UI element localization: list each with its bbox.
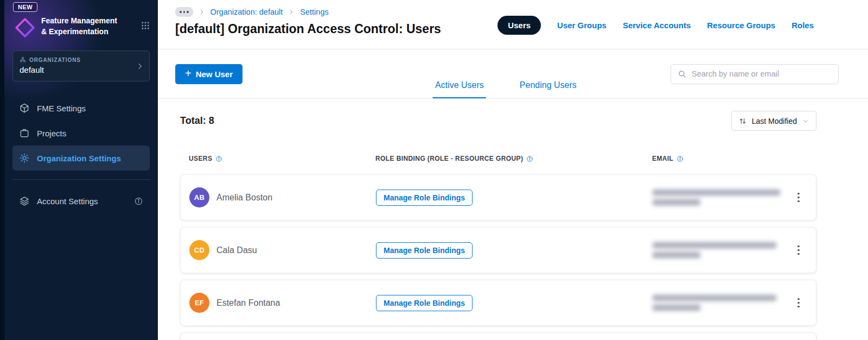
sidebar-item-organization-settings[interactable]: Organization Settings — [12, 146, 150, 171]
sort-value: Last Modified — [752, 117, 797, 125]
sidebar-item-label: FME Settings — [37, 104, 86, 113]
info-icon[interactable] — [526, 155, 533, 162]
main-content: Organization: default Settings [default]… — [158, 0, 868, 340]
page-title: [default] Organization Access Control: U… — [175, 22, 441, 36]
column-header-email: EMAIL — [652, 155, 786, 162]
app-title: Feature Management & Experimentation — [41, 15, 122, 37]
user-cell: CD Cala Dasu — [189, 240, 376, 260]
sidebar-item-projects[interactable]: Projects — [12, 121, 150, 146]
breadcrumb: Organization: default Settings — [175, 7, 441, 17]
org-selector-caption: ORGANIZATIONS — [29, 57, 81, 63]
plus-icon: + — [185, 68, 192, 79]
breadcrumb-link-organization[interactable]: Organization: default — [210, 8, 283, 16]
column-header-role-binding: ROLE BINDING (ROLE - RESOURCE GROUP) — [375, 155, 652, 162]
projects-icon — [19, 128, 30, 138]
screen: NEW Feature Management & Experimentation — [0, 0, 868, 340]
left-edge-strip — [0, 0, 4, 340]
chevron-right-icon — [136, 62, 144, 71]
users-list: Total: 8 Last Modified USERS — [158, 99, 868, 340]
sidebar-item-label: Projects — [37, 129, 66, 138]
manage-role-bindings-button[interactable]: Manage Role Bindings — [376, 190, 473, 206]
gear-icon — [19, 153, 30, 163]
chevron-right-icon — [199, 9, 205, 15]
breadcrumb-link-settings[interactable]: Settings — [300, 8, 328, 16]
search-box[interactable] — [671, 64, 839, 84]
avatar: AB — [189, 187, 209, 207]
manage-role-bindings-button[interactable]: Manage Role Bindings — [376, 242, 473, 259]
new-badge: NEW — [13, 2, 37, 12]
breadcrumb-ellipsis-button[interactable] — [175, 7, 193, 17]
email-redacted — [653, 190, 786, 205]
header-left: Organization: default Settings [default]… — [175, 7, 441, 36]
chevron-down-icon — [802, 117, 809, 125]
info-icon[interactable] — [676, 155, 684, 162]
row-menu-button[interactable] — [790, 189, 807, 206]
tab-users[interactable]: Users — [497, 16, 541, 35]
user-name: Amelia Boston — [216, 193, 272, 203]
sidebar-item-label: Account Settings — [37, 197, 98, 206]
new-user-button-label: New User — [196, 70, 233, 79]
organization-icon — [20, 56, 26, 63]
table-row: AB Amelia Boston Manage Role Bindings — [180, 174, 816, 221]
org-selector[interactable]: ORGANIZATIONS default — [12, 51, 150, 81]
search-icon — [678, 70, 687, 79]
list-top-bar: Total: 8 Last Modified — [180, 111, 816, 131]
user-name: Estefan Fontana — [216, 298, 280, 308]
role-binding-cell: Manage Role Bindings — [376, 242, 653, 259]
user-state-tabs: Active Users Pending Users — [433, 80, 579, 98]
search-input[interactable] — [692, 70, 832, 78]
org-selector-label-row: ORGANIZATIONS — [20, 56, 133, 63]
chevron-right-icon — [288, 9, 295, 15]
tab-user-groups[interactable]: User Groups — [557, 21, 607, 30]
role-binding-cell: Manage Role Bindings — [376, 295, 653, 311]
total-count: Total: 8 — [180, 115, 214, 127]
org-selector-value: default — [20, 65, 133, 74]
info-icon[interactable] — [215, 155, 222, 162]
user-cell: AB Amelia Boston — [189, 187, 376, 207]
fme-logo-icon — [14, 17, 36, 39]
table-header-row: USERS ROLE BINDING (ROLE - RESOURCE GROU… — [180, 155, 816, 162]
tab-service-accounts[interactable]: Service Accounts — [623, 21, 691, 30]
email-redacted — [653, 242, 786, 258]
layers-icon — [19, 196, 30, 206]
sidebar-brand: Feature Management & Experimentation — [4, 12, 158, 39]
tab-active-users[interactable]: Active Users — [433, 80, 486, 98]
sort-dropdown[interactable]: Last Modified — [731, 111, 816, 131]
fme-settings-icon — [19, 103, 30, 114]
user-cell: EF Estefan Fontana — [189, 293, 376, 313]
toolbar: + New User Active Users Pending Users — [158, 49, 868, 99]
avatar: CD — [189, 240, 209, 260]
role-binding-cell: Manage Role Bindings — [376, 190, 653, 206]
sidebar-item-label: Organization Settings — [37, 154, 121, 163]
row-menu-button[interactable] — [790, 294, 807, 312]
row-menu-button[interactable] — [790, 242, 807, 259]
tab-roles[interactable]: Roles — [792, 21, 814, 30]
page-header: Organization: default Settings [default]… — [158, 0, 868, 49]
user-name: Cala Dasu — [216, 245, 257, 255]
tab-resource-groups[interactable]: Resource Groups — [707, 21, 775, 30]
new-user-button[interactable]: + New User — [175, 64, 242, 84]
sidebar-nav: FME Settings Projects Organization Setti… — [12, 96, 150, 171]
avatar: EF — [189, 293, 209, 313]
table-row: CD Cala Dasu Manage Role Bindings — [180, 227, 816, 273]
apps-grid-icon[interactable] — [141, 21, 150, 33]
sidebar-item-fme-settings[interactable]: FME Settings — [12, 96, 150, 121]
manage-role-bindings-button[interactable]: Manage Role Bindings — [376, 295, 473, 311]
sidebar: NEW Feature Management & Experimentation — [4, 0, 158, 340]
sidebar-divider — [12, 179, 150, 180]
access-control-tabs: Users User Groups Service Accounts Resou… — [497, 16, 814, 35]
sidebar-item-account-settings[interactable]: Account Settings — [12, 188, 150, 213]
table-row: EF Estefan Fontana Manage Role Bindings — [180, 280, 816, 326]
email-redacted — [653, 295, 786, 311]
tab-pending-users[interactable]: Pending Users — [518, 80, 579, 98]
info-icon[interactable] — [134, 197, 143, 206]
table-row-partial — [180, 332, 816, 340]
column-header-users: USERS — [189, 155, 375, 162]
sort-arrows-icon — [738, 117, 747, 125]
